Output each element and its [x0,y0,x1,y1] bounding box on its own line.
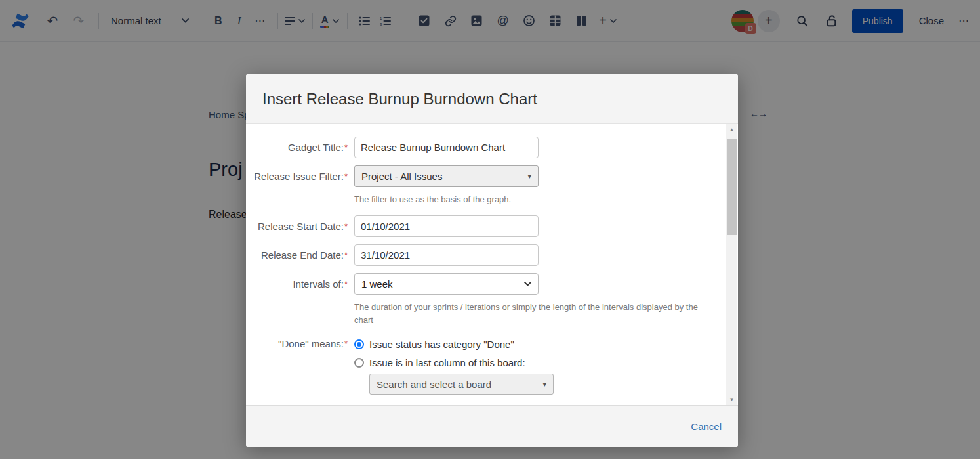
radio-selected[interactable] [354,339,364,349]
dropdown-caret-icon: ▾ [542,380,546,389]
done-means-label: "Done" means:* [246,337,354,395]
done-category-option-label: Issue status has category "Done" [369,339,514,350]
dialog-body: Gadget Title:* Release Issue Filter:* Pr… [246,124,738,405]
intervals-help-text: The duration of your sprints / iteration… [354,301,699,327]
required-asterisk: * [344,221,348,231]
dialog-title: Insert Release Burnup Burndown Chart [262,90,537,108]
done-means-row: "Done" means:* Issue status has category… [246,337,711,395]
required-asterisk: * [344,250,348,260]
dialog-header: Insert Release Burnup Burndown Chart [246,74,738,124]
release-start-date-label: Release Start Date:* [246,215,354,237]
intervals-select[interactable]: 1 week [354,273,539,295]
scroll-up-icon[interactable]: ▲ [726,124,737,135]
scrollbar-thumb[interactable] [727,139,737,235]
release-issue-filter-row: Release Issue Filter:* Project - All Iss… [246,165,711,215]
scroll-down-icon[interactable]: ▼ [726,394,737,405]
cancel-button[interactable]: Cancel [691,421,722,432]
gadget-title-input[interactable] [354,137,539,158]
required-asterisk: * [344,339,348,349]
release-issue-filter-dropdown[interactable]: Project - All Issues ▾ [354,165,539,187]
gadget-title-row: Gadget Title:* [246,137,711,158]
dropdown-caret-icon: ▾ [527,172,531,181]
gadget-title-label: Gadget Title:* [246,137,354,158]
radio-unselected[interactable] [354,358,364,368]
release-start-date-input[interactable] [354,215,539,237]
last-column-option-label: Issue is in last column of this board: [369,357,525,368]
release-end-date-input[interactable] [354,244,539,266]
last-column-option[interactable]: Issue is in last column of this board: [354,355,711,370]
required-asterisk: * [344,142,348,152]
release-end-date-row: Release End Date:* [246,244,711,266]
select-chevron-icon [524,282,531,286]
dialog-scrollbar[interactable]: ▲ ▼ [726,124,737,405]
done-category-option[interactable]: Issue status has category "Done" [354,337,711,351]
release-end-date-label: Release End Date:* [246,244,354,266]
required-asterisk: * [344,171,348,181]
required-asterisk: * [344,279,348,289]
release-start-date-row: Release Start Date:* [246,215,711,237]
release-issue-filter-label: Release Issue Filter:* [246,165,354,215]
filter-help-text: The filter to use as the basis of the gr… [354,193,699,206]
board-select-dropdown[interactable]: Search and select a board ▾ [369,374,554,395]
dialog-footer: Cancel [246,405,738,447]
intervals-row: Intervals of:* 1 week The duration of yo… [246,273,711,337]
insert-gadget-dialog: Insert Release Burnup Burndown Chart Gad… [246,74,738,447]
intervals-label: Intervals of:* [246,273,354,337]
